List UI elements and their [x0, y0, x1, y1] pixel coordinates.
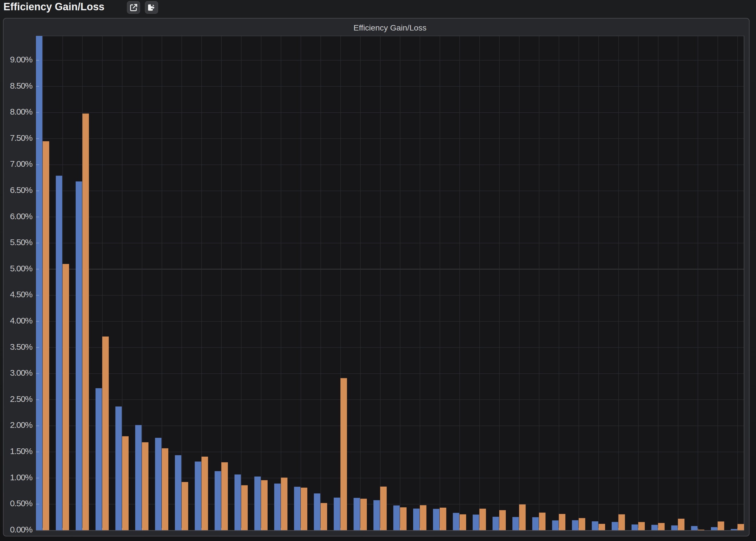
svg-text:4.00%: 4.00% — [10, 316, 33, 325]
svg-text:6.50%: 6.50% — [10, 185, 33, 195]
svg-text:7.00%: 7.00% — [10, 159, 33, 169]
svg-text:5.50%: 5.50% — [10, 238, 33, 247]
svg-text:2.50%: 2.50% — [10, 394, 33, 404]
svg-text:3.50%: 3.50% — [10, 342, 33, 351]
svg-text:Efficiency Gain/Loss: Efficiency Gain/Loss — [353, 23, 426, 32]
svg-text:7.50%: 7.50% — [10, 133, 33, 143]
svg-text:0.00%: 0.00% — [10, 525, 33, 534]
svg-text:2.00%: 2.00% — [10, 420, 33, 429]
svg-text:0.50%: 0.50% — [10, 499, 33, 508]
svg-text:1.00%: 1.00% — [10, 473, 33, 482]
svg-text:4.50%: 4.50% — [10, 289, 33, 299]
svg-text:8.00%: 8.00% — [10, 107, 33, 116]
svg-text:3.00%: 3.00% — [10, 368, 33, 377]
svg-text:9.00%: 9.00% — [10, 55, 33, 64]
svg-text:5.00%: 5.00% — [10, 264, 33, 273]
svg-text:8.50%: 8.50% — [10, 81, 33, 90]
svg-text:6.00%: 6.00% — [10, 212, 33, 221]
svg-text:1.50%: 1.50% — [10, 446, 33, 456]
